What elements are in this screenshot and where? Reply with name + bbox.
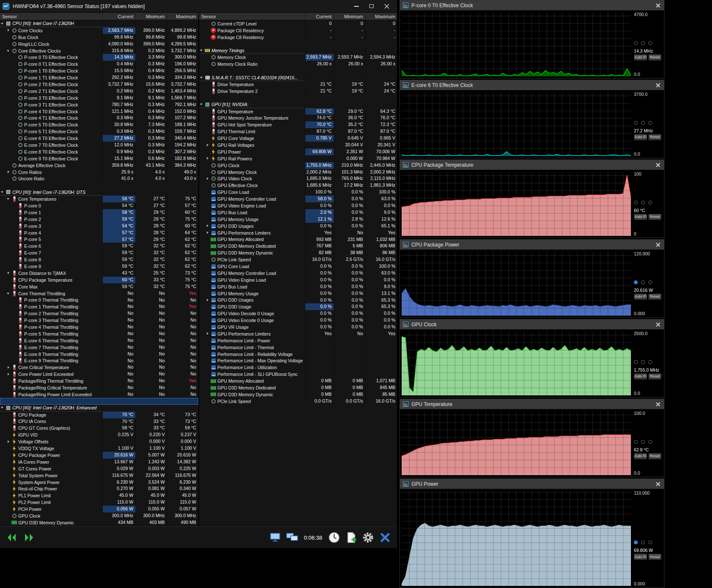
reset-button[interactable]: Reset — [648, 554, 661, 560]
expand-arrow-icon[interactable] — [205, 175, 211, 182]
sensor-row[interactable]: P-core 4 T1 Effective Clock0.3 MHz0.3 MH… — [0, 115, 198, 121]
sensor-row[interactable]: PL1 Power Limit45.0 W45.0 W45.0 W — [0, 492, 198, 499]
sensor-row[interactable]: P-core 2 T0 Effective Clock3,732.7 MHz15… — [0, 81, 198, 88]
scale-radio[interactable] — [648, 360, 652, 364]
expand-arrow-icon[interactable] — [205, 142, 211, 148]
sensor-row[interactable]: GPU Memory Controller Load58.0 %0.0 %63.… — [199, 196, 397, 202]
exit-button[interactable] — [377, 530, 394, 545]
sensor-row[interactable]: GPU Power69.806 W2.351 W70.006 W — [199, 148, 397, 155]
settings-button[interactable] — [360, 530, 377, 545]
graph-close-icon[interactable] — [655, 242, 661, 248]
sensor-row[interactable]: PL2 Power Limit115.0 W115.0 W115.0 W — [0, 499, 198, 506]
graph-close-icon[interactable] — [655, 3, 661, 8]
section-row[interactable]: CPU [#0]: Intel Core i7-13620H: Enhanced — [0, 405, 198, 412]
sensor-row[interactable]: GPU Memory Clock2,000.2 MHz101.3 MHz2,00… — [199, 169, 397, 176]
sensor-row[interactable]: GPU D3D Memory Dedicated767 MB5 MB806 MB — [199, 243, 397, 249]
graph-close-icon[interactable] — [655, 481, 661, 487]
sensor-row[interactable]: GPU Video Encode 0 Usage0.0 %0.0 %0.0 % — [199, 317, 397, 324]
sensor-row[interactable]: Performance Limit - SLI GPUBoost Sync — [199, 371, 397, 378]
sensor-row[interactable]: GPU Core Load0.0 %0.0 %100.0 % — [199, 263, 397, 270]
sensor-row[interactable]: Performance Limit - Utilization — [199, 364, 397, 371]
sensor-row[interactable]: P-core 0 Thermal ThrottlingNoNoNo — [0, 297, 198, 304]
scale-radio[interactable] — [634, 201, 638, 204]
sensor-row[interactable]: GPU D3D Usages0.0 %0.0 %65.3 % — [199, 297, 397, 304]
auto-fit-button[interactable]: Auto Fit — [634, 214, 647, 220]
sensor-row[interactable]: GPU Effective Clock1,685.6 MHz17.2 MHz1,… — [199, 182, 397, 189]
maximize-button[interactable] — [364, 1, 379, 12]
sensor-row[interactable]: P-core 5 Thermal ThrottlingNoNoNo — [0, 330, 198, 337]
scale-radio[interactable] — [641, 121, 645, 125]
sensor-row[interactable]: GPU Performance LimitersYesNoYes — [199, 230, 397, 236]
sensor-row[interactable]: GPU Bus Load2.0 %0.0 %9.0 % — [199, 209, 397, 216]
sensor-row[interactable]: Package/Ring Power Limit ExceededNoNoNo — [0, 391, 198, 398]
sensor-row[interactable]: CPU Package70 °C34 °C73 °C — [0, 412, 198, 418]
sensor-row[interactable]: P-core 4 T0 Effective Clock121.1 MHz0.4 … — [0, 108, 198, 115]
collapse-arrow-icon[interactable] — [0, 405, 6, 411]
sensor-row[interactable]: Current cTDP Level000 — [199, 20, 397, 27]
graph-close-icon[interactable] — [655, 322, 661, 328]
collapse-arrow-icon[interactable] — [6, 196, 11, 202]
sensor-row[interactable]: Total System Power116.675 W22.564 W116.6… — [0, 472, 198, 479]
sensor-row[interactable]: GPU Temperature62.8 °C29.0 °C64.3 °C — [199, 108, 397, 115]
sensor-row[interactable]: GPU D3D Memory Dynamic434 MB403 MB490 MB — [0, 519, 198, 526]
scale-radio[interactable] — [641, 201, 645, 204]
graph-titlebar[interactable]: CPU Package Temperature — [400, 160, 664, 170]
graph-plot[interactable] — [402, 172, 631, 236]
sensor-row[interactable]: E-core 859 °C32 °C62 °C — [0, 256, 198, 263]
expand-arrow-icon[interactable] — [6, 364, 11, 371]
collapse-arrow-icon[interactable] — [199, 74, 205, 81]
sensor-row[interactable]: E-core 8 Thermal ThrottlingNoNoNo — [0, 351, 198, 358]
reset-button[interactable]: Reset — [648, 453, 661, 459]
collapse-arrow-icon[interactable] — [199, 101, 205, 108]
scale-radio[interactable] — [641, 360, 645, 364]
expand-arrow-icon[interactable] — [205, 155, 211, 162]
sensor-row[interactable]: CPU GT Cores (Graphics)58 °C33 °C59 °C — [0, 425, 198, 431]
sensor-row[interactable]: GPU Performance LimitersYesNoYes — [199, 330, 397, 337]
sensor-row[interactable]: GPU Clock300.0 MHz300.0 MHz300.0 MHz — [0, 512, 198, 519]
collapse-arrow-icon[interactable] — [199, 48, 205, 54]
section-row[interactable]: GPU [#1]: NVIDIA: — [199, 101, 397, 108]
sensor-row[interactable]: GPU Memory Allocated0 MB0 MB1,071 MB — [199, 378, 397, 384]
sensor-row[interactable]: Core Clocks2,583.7 MHz399.0 MHz4,889.2 M… — [0, 27, 198, 34]
scale-radio[interactable] — [641, 540, 645, 544]
sensor-row[interactable]: Drive Temperature21 °C19 °C24 °C — [199, 81, 397, 88]
move-left-button[interactable] — [3, 530, 20, 545]
sensor-row[interactable]: GPU Memory Allocated993 MB231 MB1,032 MB — [199, 236, 397, 243]
expand-arrow-icon[interactable] — [205, 297, 211, 304]
section-row[interactable]: CPU [#0]: Intel Core i7-13620H: DTS — [0, 189, 198, 196]
sensor-row[interactable]: P-core 557 °C29 °C62 °C — [0, 236, 198, 243]
sensor-row[interactable]: E-core 659 °C32 °C62 °C — [0, 243, 198, 249]
column-header-current[interactable]: Current — [305, 13, 334, 20]
collapse-arrow-icon[interactable] — [6, 290, 11, 297]
scale-radio[interactable] — [648, 440, 652, 444]
section-row[interactable]: S.M.A.R.T.: SSSTC CL4-8D1024 (002415... — [199, 74, 397, 81]
scale-radio[interactable] — [641, 440, 645, 444]
sensor-row[interactable]: VDDQ TX Voltage1.100 V1.100 V1.100 V — [0, 445, 198, 452]
sensor-row[interactable]: P-core 0 T1 Effective Clock0.4 MHz0.3 MH… — [0, 61, 198, 67]
sensor-row[interactable]: Performance Limit - Reliability Voltage — [199, 351, 397, 358]
multi-monitor-button[interactable] — [284, 530, 301, 545]
auto-fit-button[interactable]: Auto Fit — [634, 54, 647, 61]
sensor-row[interactable]: P-core 0 T0 Effective Clock14.3 MHz3.3 M… — [0, 54, 198, 61]
sensor-row[interactable]: E-core 9 T0 Effective Clock15.1 MHz0.6 M… — [0, 155, 198, 162]
sensor-row[interactable]: P-core 3 Thermal ThrottlingNoNoNo — [0, 317, 198, 324]
selected-row[interactable] — [0, 398, 198, 405]
sensor-row[interactable]: Core Ratios25.9 x4.0 x49.0 x — [0, 169, 198, 176]
sensor-row[interactable]: GT Cores Power0.029 W0.003 W0.225 W — [0, 465, 198, 472]
sensor-row[interactable]: Performance Limit - Thermal — [199, 344, 397, 351]
sensor-row[interactable]: Memory Clock Ratio26.00 x26.00 x26.00 x — [199, 61, 397, 67]
sensor-row[interactable]: GPU Rail Powers0.000 W70.984 W — [199, 155, 397, 162]
sensor-row[interactable]: P-core 5 T0 Effective Clock30.8 MHz7.3 M… — [0, 121, 198, 128]
reset-button[interactable]: Reset — [648, 134, 661, 140]
column-header-current[interactable]: Current — [102, 13, 135, 20]
sensor-row[interactable]: GPU Memory Controller Load0.0 %0.0 %63.0… — [199, 270, 397, 277]
sensor-row[interactable]: Package C8 Residency--- — [199, 34, 397, 41]
sensor-row[interactable]: Core Distance to TjMAX43 °C25 °C73 °C — [0, 270, 198, 277]
auto-fit-button[interactable]: Auto Fit — [634, 373, 647, 380]
sensor-row[interactable]: P-core 1 T1 Effective Clock292.2 MHz0.3 … — [0, 74, 198, 81]
sensor-row[interactable]: P-core 2 T1 Effective Clock0.2 MHz0.2 MH… — [0, 88, 198, 95]
auto-fit-button[interactable]: Auto Fit — [634, 134, 647, 140]
sensor-row[interactable]: CPU IA Cores70 °C33 °C73 °C — [0, 418, 198, 425]
graph-close-icon[interactable] — [655, 82, 661, 88]
expand-arrow-icon[interactable] — [205, 330, 211, 337]
